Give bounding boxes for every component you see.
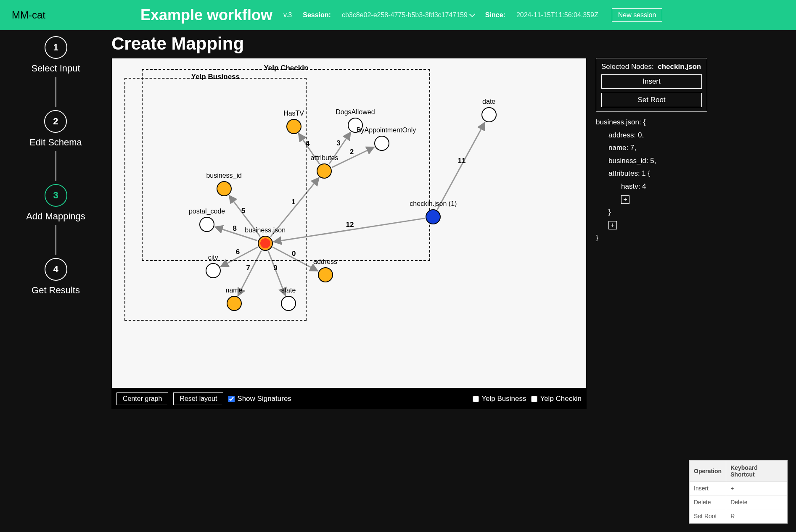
tree-line: } xyxy=(596,206,707,219)
graph-node-label: name xyxy=(209,287,259,294)
graph-node-address[interactable] xyxy=(318,267,333,282)
graph-node-business_id[interactable] xyxy=(217,181,232,196)
edge-signature: 0 xyxy=(292,250,296,258)
edge-signature: 6 xyxy=(236,248,240,256)
graph-canvas[interactable]: Yelp CheckinYelp Businessbusiness.jsonat… xyxy=(111,58,587,388)
graph-node-label: city xyxy=(188,254,238,261)
app-logo: MM-cat xyxy=(12,9,45,21)
graph-toolbar: Center graph Reset layout Show Signature… xyxy=(111,388,587,409)
graph-node-label: postal_code xyxy=(182,208,232,215)
graph-node-label: HasTV xyxy=(269,110,319,117)
insert-button[interactable]: Insert xyxy=(601,74,702,89)
tree-line: } xyxy=(596,232,707,245)
shortcut-op: Set Root xyxy=(690,509,726,523)
edge-signature: 1 xyxy=(291,198,295,206)
graph-node-city[interactable] xyxy=(206,263,221,278)
step-2[interactable]: 2 Edit Schema xyxy=(29,110,82,148)
step-1[interactable]: 1 Select Input xyxy=(31,36,80,74)
step-label: Add Mappings xyxy=(26,211,85,222)
shortcuts-header-op: Operation xyxy=(690,461,726,482)
session-id: cb3c8e02-e258-4775-b5b3-3fd3c1747159 xyxy=(342,11,468,19)
page-title: Create Mapping xyxy=(111,34,796,54)
step-label: Select Input xyxy=(31,63,80,74)
graph-node-ByAppointmentOnly[interactable] xyxy=(374,136,389,151)
step-circle-icon: 4 xyxy=(45,258,67,281)
selected-nodes-title: Selected Nodes: checkin.json xyxy=(601,63,702,71)
shortcut-key: R xyxy=(726,509,787,523)
tree-add-line: + xyxy=(596,219,707,232)
workflow-version: v.3 xyxy=(283,11,292,19)
show-signatures-label: Show Signatures xyxy=(237,395,291,403)
graph-node-business_json[interactable] xyxy=(258,236,273,251)
graph-node-checkin_json[interactable] xyxy=(426,209,441,224)
filter-yelp-business[interactable]: Yelp Business xyxy=(473,395,526,403)
group-box-label: Yelp Business xyxy=(125,73,306,81)
filter-yelp-business-checkbox[interactable] xyxy=(473,396,479,402)
reset-layout-button[interactable]: Reset layout xyxy=(173,392,223,405)
since-label: Since: xyxy=(485,11,505,19)
tree-line: attributes: 1 { xyxy=(596,167,707,180)
edge-signature: 5 xyxy=(241,207,245,215)
filter-yelp-checkin-checkbox[interactable] xyxy=(531,396,537,402)
step-4[interactable]: 4 Get Results xyxy=(32,258,80,296)
session-dropdown[interactable]: cb3c8e02-e258-4775-b5b3-3fd3c1747159 xyxy=(342,11,474,19)
new-session-button[interactable]: New session xyxy=(612,8,663,22)
graph-node-label: attributes xyxy=(299,154,349,162)
tree-line: name: 7, xyxy=(596,142,707,155)
graph-node-HasTV[interactable] xyxy=(286,119,301,134)
graph-node-postal_code[interactable] xyxy=(199,217,214,232)
graph-node-label: business.json xyxy=(240,226,291,234)
chevron-down-icon xyxy=(469,11,475,17)
show-signatures-checkbox[interactable] xyxy=(228,396,235,402)
set-root-button[interactable]: Set Root xyxy=(601,93,702,107)
selected-nodes-label: Selected Nodes: xyxy=(601,63,654,71)
graph-node-label: address xyxy=(300,258,351,266)
group-box-label: Yelp Checkin xyxy=(143,64,429,72)
tree-root: business.json: { xyxy=(596,116,707,129)
edge-signature: 8 xyxy=(233,224,236,233)
workflow-name: Example workflow xyxy=(140,6,272,24)
workflow-stepper: 1 Select Input2 Edit Schema3 Add Mapping… xyxy=(0,30,111,409)
center-graph-button[interactable]: Center graph xyxy=(116,392,168,405)
shortcut-op: Delete xyxy=(690,495,726,509)
plus-icon[interactable]: + xyxy=(608,221,617,229)
plus-icon[interactable]: + xyxy=(621,195,629,204)
graph-node-label: checkin.json (1) xyxy=(408,200,458,208)
selected-nodes-box: Selected Nodes: checkin.json Insert Set … xyxy=(596,58,707,112)
edge-signature: 7 xyxy=(246,264,250,272)
filter-yelp-business-label: Yelp Business xyxy=(481,395,526,403)
svg-line-10 xyxy=(437,122,485,210)
graph-node-label: DogsAllowed xyxy=(330,108,381,116)
shortcut-key: Delete xyxy=(726,495,787,509)
edge-signature: 4 xyxy=(306,140,309,148)
edge-signature: 2 xyxy=(350,148,354,156)
tree-add-line: + xyxy=(596,193,707,206)
step-connector xyxy=(56,225,56,255)
app-header: MM-cat Example workflow v.3 Session: cb3… xyxy=(0,0,796,30)
tree-line: business_id: 5, xyxy=(596,155,707,168)
step-circle-icon: 1 xyxy=(45,36,67,59)
graph-node-state[interactable] xyxy=(281,296,296,311)
tree-line: address: 0, xyxy=(596,129,707,142)
show-signatures-toggle[interactable]: Show Signatures xyxy=(228,395,291,403)
shortcut-row: Insert + xyxy=(690,482,787,495)
graph-node-name[interactable] xyxy=(227,296,242,311)
step-label: Edit Schema xyxy=(29,137,82,148)
graph-node-date[interactable] xyxy=(481,107,497,122)
edge-signature: 12 xyxy=(346,221,354,229)
edge-signature: 11 xyxy=(458,157,466,165)
session-label: Session: xyxy=(303,11,331,19)
side-panel: Selected Nodes: checkin.json Insert Set … xyxy=(596,58,707,409)
graph-node-label: date xyxy=(464,98,514,105)
shortcut-key: + xyxy=(726,482,787,495)
step-circle-icon: 2 xyxy=(44,110,67,133)
edge-signature: 9 xyxy=(273,264,277,272)
graph-node-label: state xyxy=(263,287,314,294)
tree-line: hastv: 4 xyxy=(596,180,707,193)
step-3[interactable]: 3 Add Mappings xyxy=(26,184,85,222)
filter-yelp-checkin[interactable]: Yelp Checkin xyxy=(531,395,582,403)
shortcut-op: Insert xyxy=(690,482,726,495)
shortcuts-panel: Operation Keyboard Shortcut Insert +Dele… xyxy=(689,460,788,524)
filter-yelp-checkin-label: Yelp Checkin xyxy=(540,395,582,403)
step-connector xyxy=(56,77,56,107)
